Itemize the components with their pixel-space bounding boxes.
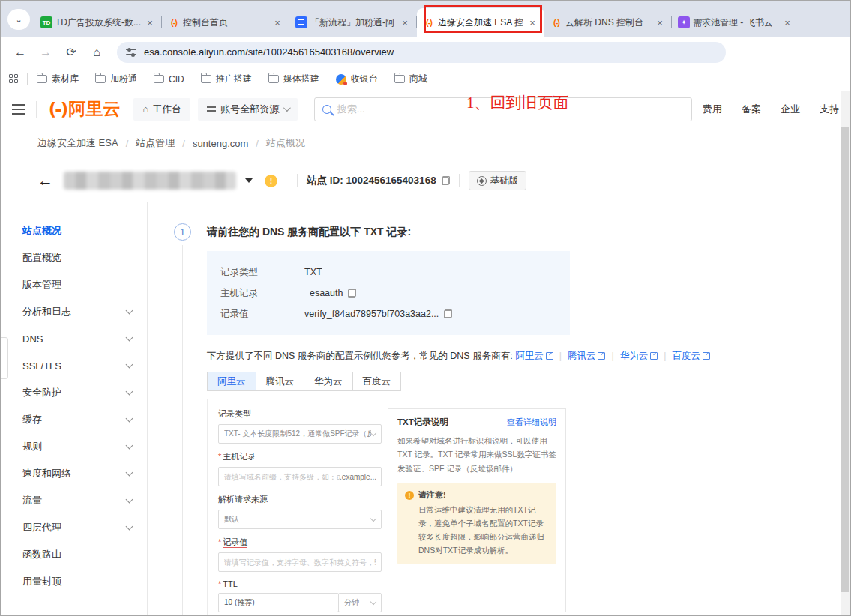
hamburger-menu-icon[interactable]	[12, 104, 25, 115]
bookmark-cashier[interactable]: 收银台	[336, 73, 378, 85]
close-icon[interactable]: ×	[654, 17, 666, 28]
cashier-favicon-icon	[336, 74, 346, 85]
bookmark-folder[interactable]: 商城	[394, 73, 427, 85]
aliyun-favicon-icon: (-)	[550, 16, 562, 28]
sidebar-item-config-overview[interactable]: 配置概览	[1, 244, 147, 271]
feishu-favicon-icon: ✦	[678, 16, 690, 28]
nav-support[interactable]: 支持	[820, 103, 839, 116]
tab-td-ads[interactable]: TD TD广告投放系统-数... ×	[34, 8, 162, 37]
tab-console-home[interactable]: (-) 控制台首页 ×	[162, 8, 289, 37]
sidebar-item-rules[interactable]: 规则	[1, 433, 147, 460]
copy-icon[interactable]	[348, 289, 356, 298]
txt-record-panel: 记录类型 TXT 主机记录 _esaauth 记录值 verify_f84ad7…	[207, 251, 570, 335]
close-icon[interactable]: ×	[781, 17, 793, 28]
sidebar-item-traffic[interactable]: 流量	[1, 487, 147, 514]
record-value-field	[218, 552, 382, 572]
ttl-input[interactable]	[224, 599, 333, 607]
back-icon[interactable]: ←	[10, 43, 30, 62]
bookmark-folder[interactable]: 媒体搭建	[268, 73, 319, 85]
resolve-source-select[interactable]: 默认	[218, 510, 382, 529]
sidebar-item-dns[interactable]: DNS	[1, 325, 147, 352]
site-header: ← ! 站点 ID: 1002456165403168 基础版	[1, 159, 850, 202]
sidebar-item-function-routing[interactable]: 函数路由	[1, 541, 147, 568]
site-settings-icon[interactable]	[126, 48, 136, 57]
chevron-down-icon	[283, 104, 291, 112]
workbench-button[interactable]: ⌂工作台	[133, 98, 190, 121]
bookmark-folder[interactable]: CID	[154, 74, 184, 85]
account-resources-dropdown[interactable]: 账号全部资源	[198, 98, 298, 121]
nav-enterprise[interactable]: 企业	[781, 103, 800, 116]
apps-grid-icon[interactable]	[9, 74, 19, 85]
copy-icon[interactable]	[442, 176, 450, 185]
sidebar-item-speed-network[interactable]: 速度和网络	[1, 460, 147, 487]
close-icon[interactable]: ×	[144, 17, 156, 28]
sidebar-item-usage-cap[interactable]: 用量封顶	[1, 568, 147, 595]
notice-box: !请注意! 日常运维中建议清理无用的TXT记录，避免单个子域名配置的TXT记录较…	[397, 483, 556, 564]
ttl-unit-select[interactable]: 分钟	[338, 593, 382, 612]
back-arrow-icon[interactable]: ←	[37, 172, 53, 190]
sidebar-item-security[interactable]: 安全防护	[1, 379, 147, 406]
record-row-type: 记录类型 TXT	[220, 262, 556, 283]
bookmark-folder[interactable]: 加粉通	[95, 73, 137, 85]
bookmark-folder[interactable]: 素材库	[37, 73, 79, 85]
record-value-input[interactable]	[224, 558, 376, 567]
detail-link[interactable]: 查看详细说明	[507, 417, 556, 428]
sidebar-item-analytics-logs[interactable]: 分析和日志	[1, 298, 147, 325]
aliyun-logo[interactable]: (-)阿里云	[49, 97, 121, 121]
tab-jiafentong-doc[interactable]: 「新流程」加粉通-阿 ×	[289, 8, 417, 37]
site-id: 站点 ID: 1002456165403168	[307, 174, 436, 187]
chevron-down-icon	[126, 523, 133, 531]
sidebar-item-ssl-tls[interactable]: SSL/TLS	[1, 352, 147, 379]
sidebar-collapse-handle[interactable]	[1, 337, 8, 379]
breadcrumb-separator: /	[126, 138, 129, 149]
bookmark-label: 加粉通	[110, 73, 137, 85]
reload-icon[interactable]: ⟳	[61, 43, 81, 62]
alert-icon: !	[405, 491, 414, 500]
step-connector-line	[182, 245, 183, 616]
vertical-scrollbar[interactable]	[841, 91, 850, 615]
tab-feishu-demand-pool[interactable]: ✦ 需求池管理 - 飞书云 ×	[672, 8, 799, 37]
site-dropdown-caret-icon[interactable]	[245, 178, 253, 183]
provider-link-baidu[interactable]: 百度云	[672, 351, 700, 361]
chevron-down-icon	[126, 361, 133, 369]
nav-billing[interactable]: 费用	[703, 103, 722, 116]
sidebar-item-site-overview[interactable]: 站点概况	[1, 217, 147, 244]
external-link-icon	[650, 352, 658, 360]
sidebar-item-layer4-proxy[interactable]: 四层代理	[1, 514, 147, 541]
close-icon[interactable]: ×	[399, 17, 411, 28]
bookmark-folder[interactable]: 推广搭建	[201, 73, 252, 85]
forward-icon[interactable]: →	[36, 43, 55, 62]
chevron-down-icon	[126, 496, 133, 504]
providers-intro: 下方提供了不同 DNS 服务商的配置示例供您参考，常见的 DNS 服务商有: 阿…	[207, 350, 574, 363]
tab-search-button[interactable]: ⌄	[7, 9, 30, 30]
tab-example-baidu[interactable]: 百度云	[352, 372, 402, 391]
tab-example-huawei[interactable]: 华为云	[304, 372, 353, 391]
record-type-select[interactable]: TXT- 文本长度限制512，通常做SPF记录（反垃圾邮件）	[218, 424, 382, 444]
folder-icon	[37, 75, 47, 83]
breadcrumb-item[interactable]: 站点管理	[136, 136, 175, 150]
provider-link-huawei[interactable]: 华为云	[620, 351, 649, 361]
annotation-box-active-tab	[424, 5, 542, 33]
breadcrumb-item[interactable]: sunteng.com	[193, 138, 248, 149]
bookmark-label: 素材库	[52, 73, 79, 85]
annotation-step1-text: 1、回到旧页面	[466, 92, 569, 113]
sidebar-item-cache[interactable]: 缓存	[1, 406, 147, 433]
address-bar[interactable]: esa.console.aliyun.com/site/100245616540…	[117, 42, 726, 63]
provider-link-aliyun[interactable]: 阿里云	[515, 351, 544, 361]
tab-example-aliyun[interactable]: 阿里云	[207, 372, 256, 391]
home-icon[interactable]: ⌂	[87, 43, 106, 62]
doc-favicon-icon	[295, 16, 307, 28]
nav-icp[interactable]: 备案	[742, 103, 761, 116]
breadcrumb-item[interactable]: 边缘安全加速 ESA	[37, 136, 118, 150]
record-row-host: 主机记录 _esaauth	[220, 283, 556, 304]
tab-dns-console[interactable]: (-) 云解析 DNS 控制台 ×	[544, 8, 672, 37]
tab-example-tencent[interactable]: 腾讯云	[256, 372, 305, 391]
browser-toolbar: ← → ⟳ ⌂ esa.console.aliyun.com/site/1002…	[1, 37, 850, 67]
provider-link-tencent[interactable]: 腾讯云	[568, 351, 596, 361]
copy-icon[interactable]	[444, 309, 452, 318]
scrollbar-thumb[interactable]	[841, 127, 849, 592]
sidebar-item-version-mgmt[interactable]: 版本管理	[1, 271, 147, 298]
external-link-icon	[598, 352, 605, 360]
close-icon[interactable]: ×	[271, 17, 283, 28]
chevron-down-icon: ⌄	[15, 15, 22, 25]
